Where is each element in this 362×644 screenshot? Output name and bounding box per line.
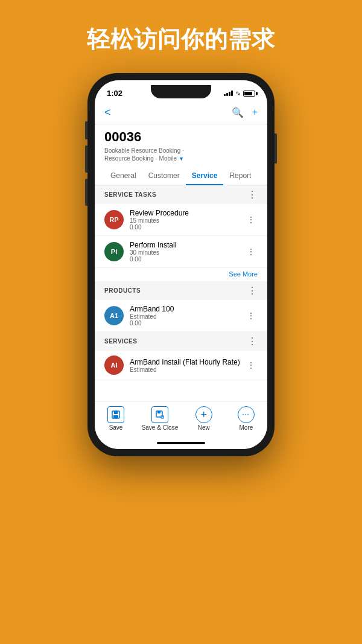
service-task-item-2: PI Perform Install 30 minutes 0.00 ⋮ xyxy=(95,236,267,268)
save-close-label: Save & Close xyxy=(142,424,179,431)
battery-icon xyxy=(243,91,255,97)
product-info-1: ArmBand 100 Estimated 0.00 xyxy=(130,305,244,327)
more-button[interactable]: ⋯ More xyxy=(229,406,262,431)
phone-screen: 1:02 ∿ < 🔍 + xyxy=(95,80,267,449)
svg-rect-2 xyxy=(113,415,118,418)
new-button[interactable]: + New xyxy=(187,406,220,431)
search-icon[interactable]: 🔍 xyxy=(232,107,244,118)
service-task-title-1: Review Procedure xyxy=(130,209,244,217)
svg-rect-4 xyxy=(157,411,160,413)
tab-report[interactable]: Report xyxy=(223,167,257,185)
phone-device: 1:02 ∿ < 🔍 + xyxy=(87,73,275,456)
service-task-menu-1[interactable]: ⋮ xyxy=(244,215,258,225)
wifi-icon: ∿ xyxy=(235,89,241,97)
save-close-button[interactable]: Save & Close xyxy=(142,406,179,431)
service-avatar-1: AI xyxy=(104,355,124,375)
services-header: SERVICES ⋮ xyxy=(95,332,267,351)
tab-customer[interactable]: Customer xyxy=(142,167,186,185)
service-tasks-see-more[interactable]: See More xyxy=(95,268,267,281)
add-icon[interactable]: + xyxy=(252,107,258,118)
record-subtitle: Bookable Resource Booking · xyxy=(104,147,258,154)
svg-rect-1 xyxy=(114,411,118,414)
dropdown-icon[interactable]: ▼ xyxy=(179,156,184,162)
save-close-icon xyxy=(151,406,168,423)
service-task-sub2-2: 0.00 xyxy=(130,256,244,263)
products-title: PRODUCTS xyxy=(104,287,141,294)
service-info-1: ArmBand Install (Flat Hourly Rate) Estim… xyxy=(130,358,244,373)
save-icon xyxy=(107,406,124,423)
service-task-info-2: Perform Install 30 minutes 0.00 xyxy=(130,241,244,263)
top-bar-actions: 🔍 + xyxy=(232,107,258,118)
record-type: Resource Booking - Mobile ▼ xyxy=(104,155,258,162)
product-menu-1[interactable]: ⋮ xyxy=(244,311,258,320)
service-task-avatar-1: RP xyxy=(104,210,124,229)
products-header: PRODUCTS ⋮ xyxy=(95,281,267,300)
tab-general[interactable]: General xyxy=(104,167,142,185)
status-time: 1:02 xyxy=(107,89,122,98)
services-menu-icon[interactable]: ⋮ xyxy=(247,336,258,347)
top-bar: < 🔍 + xyxy=(95,101,267,124)
product-title-1: ArmBand 100 xyxy=(130,305,244,313)
services-title: SERVICES xyxy=(104,338,137,345)
service-tasks-menu-icon[interactable]: ⋮ xyxy=(247,189,258,200)
record-header: 00036 Bookable Resource Booking · Resour… xyxy=(95,124,267,167)
record-type-label: Resource Booking - Mobile xyxy=(104,155,177,162)
signal-icon xyxy=(224,91,233,96)
more-icon: ⋯ xyxy=(238,406,255,423)
service-title-1: ArmBand Install (Flat Hourly Rate) xyxy=(130,358,244,366)
phone-notch xyxy=(151,85,211,98)
hero-title: 轻松访问你的需求 xyxy=(87,24,275,55)
service-task-title-2: Perform Install xyxy=(130,241,244,249)
new-icon: + xyxy=(195,406,212,423)
more-label: More xyxy=(240,424,253,431)
app-content: < 🔍 + 00036 Bookable Resource Booking · … xyxy=(95,101,267,401)
product-item-1: A1 ArmBand 100 Estimated 0.00 ⋮ xyxy=(95,300,267,332)
service-task-item-1: RP Review Procedure 15 minutes 0.00 ⋮ xyxy=(95,204,267,236)
power-button xyxy=(275,133,277,164)
bottom-toolbar: Save Save & Close + New xyxy=(95,401,267,437)
mute-button xyxy=(85,121,87,139)
service-menu-1[interactable]: ⋮ xyxy=(244,360,258,370)
status-icons: ∿ xyxy=(224,89,255,97)
service-tasks-header: SERVICE TASKS ⋮ xyxy=(95,185,267,204)
record-id: 00036 xyxy=(104,129,258,145)
service-sub1-1: Estimated xyxy=(130,366,244,373)
service-task-sub1-2: 30 minutes xyxy=(130,249,244,256)
service-item-1: AI ArmBand Install (Flat Hourly Rate) Es… xyxy=(95,351,267,380)
home-indicator xyxy=(95,437,267,449)
service-task-sub2-1: 0.00 xyxy=(130,224,244,231)
home-bar xyxy=(157,442,205,444)
tabs-bar: General Customer Service Report xyxy=(95,167,267,185)
service-task-menu-2[interactable]: ⋮ xyxy=(244,247,258,257)
save-button[interactable]: Save xyxy=(100,406,133,431)
back-button[interactable]: < xyxy=(104,106,111,119)
service-task-info-1: Review Procedure 15 minutes 0.00 xyxy=(130,209,244,231)
product-sub1-1: Estimated xyxy=(130,313,244,320)
volume-down-button xyxy=(85,179,87,206)
save-label: Save xyxy=(109,424,123,431)
volume-up-button xyxy=(85,145,87,173)
service-task-avatar-2: PI xyxy=(104,242,124,261)
new-label: New xyxy=(198,424,210,431)
service-tasks-title: SERVICE TASKS xyxy=(104,191,156,198)
product-sub2-1: 0.00 xyxy=(130,320,244,327)
product-avatar-1: A1 xyxy=(104,306,124,325)
products-menu-icon[interactable]: ⋮ xyxy=(247,285,258,296)
service-task-sub1-1: 15 minutes xyxy=(130,217,244,224)
tab-service[interactable]: Service xyxy=(186,167,224,185)
